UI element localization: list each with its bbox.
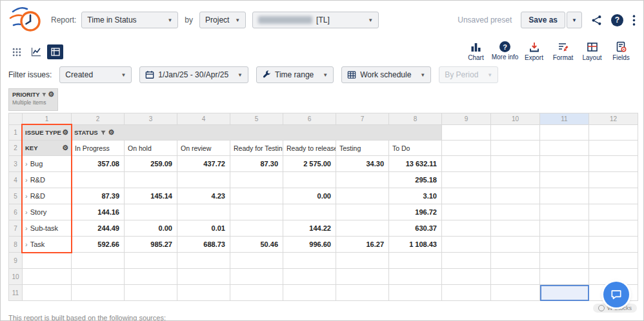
status-column-name[interactable]: To Do bbox=[389, 141, 442, 156]
cell-value[interactable]: 437.72 bbox=[177, 156, 230, 172]
cell-empty[interactable] bbox=[177, 253, 230, 269]
cell-value[interactable]: 145.14 bbox=[125, 188, 177, 204]
cell-empty[interactable] bbox=[389, 253, 442, 269]
cell-value[interactable] bbox=[283, 204, 336, 220]
cell-empty[interactable] bbox=[283, 285, 336, 301]
status-column-name[interactable]: In Progress bbox=[72, 141, 125, 156]
status-column-name[interactable]: Testing bbox=[336, 141, 389, 156]
cell-empty[interactable] bbox=[125, 269, 177, 285]
cell-empty[interactable] bbox=[491, 188, 540, 204]
cell-empty[interactable] bbox=[283, 253, 336, 269]
cell-empty[interactable] bbox=[442, 125, 491, 141]
cell-empty[interactable] bbox=[491, 269, 540, 285]
filter-funnel-icon[interactable] bbox=[101, 130, 106, 135]
row-header[interactable]: 11 bbox=[9, 285, 23, 301]
expand-chevron-icon[interactable]: › bbox=[25, 208, 28, 216]
cell-value[interactable]: 1 108.43 bbox=[389, 237, 442, 253]
row-label[interactable]: ›R&D bbox=[23, 172, 72, 188]
chart-view-button[interactable] bbox=[28, 44, 44, 59]
layout-action[interactable]: Layout bbox=[578, 41, 607, 61]
cell-empty[interactable] bbox=[442, 188, 491, 204]
cell-empty[interactable] bbox=[589, 237, 638, 253]
cell-value[interactable]: 592.66 bbox=[72, 237, 125, 253]
cell-empty[interactable] bbox=[442, 220, 491, 237]
cell-empty[interactable] bbox=[177, 285, 230, 301]
cell-value[interactable]: 4.23 bbox=[177, 188, 230, 204]
cell-empty[interactable] bbox=[177, 269, 230, 285]
group-by-dropdown[interactable]: Project ▼ bbox=[199, 12, 246, 28]
cell-empty[interactable] bbox=[442, 269, 491, 285]
gear-icon[interactable]: ⚙ bbox=[48, 91, 54, 98]
cell-empty[interactable] bbox=[589, 188, 638, 204]
share-button[interactable] bbox=[591, 15, 602, 26]
row-header[interactable]: 6 bbox=[9, 204, 23, 220]
col-header[interactable]: 2 bbox=[72, 113, 125, 125]
cell-value[interactable] bbox=[230, 172, 283, 188]
expand-chevron-icon[interactable]: › bbox=[25, 192, 28, 200]
row-label[interactable]: ›Story bbox=[23, 204, 72, 220]
cell-empty[interactable] bbox=[23, 253, 72, 269]
selected-cell[interactable] bbox=[540, 285, 589, 301]
col-header[interactable]: 4 bbox=[177, 113, 230, 125]
cell-empty[interactable] bbox=[23, 285, 72, 301]
cell-empty[interactable] bbox=[540, 204, 589, 220]
cell-empty[interactable] bbox=[491, 253, 540, 269]
col-header[interactable]: 9 bbox=[442, 113, 491, 125]
cell-value[interactable]: 50.46 bbox=[230, 237, 283, 253]
cell-empty[interactable] bbox=[283, 269, 336, 285]
cell-empty[interactable] bbox=[491, 141, 540, 156]
cell-empty[interactable] bbox=[389, 269, 442, 285]
cell-value[interactable] bbox=[230, 220, 283, 237]
expand-chevron-icon[interactable]: › bbox=[25, 160, 28, 168]
report-type-dropdown[interactable]: Time in Status ▼ bbox=[81, 12, 178, 28]
gear-icon[interactable]: ⚙ bbox=[62, 144, 68, 151]
cell-value[interactable]: 34.30 bbox=[336, 156, 389, 172]
save-as-menu-button[interactable]: ▼ bbox=[567, 12, 582, 28]
cell-value[interactable]: 688.73 bbox=[177, 237, 230, 253]
row-label[interactable]: ›Sub-task bbox=[23, 220, 72, 237]
cell-value[interactable] bbox=[336, 172, 389, 188]
cell-empty[interactable] bbox=[589, 204, 638, 220]
cell-empty[interactable] bbox=[540, 156, 589, 172]
cell-empty[interactable] bbox=[72, 253, 125, 269]
row-label[interactable]: ›R&D bbox=[23, 188, 72, 204]
cell-empty[interactable] bbox=[230, 253, 283, 269]
row-header[interactable]: 7 bbox=[9, 220, 23, 237]
cell-value[interactable]: 985.27 bbox=[125, 237, 177, 253]
col-header[interactable]: 3 bbox=[125, 113, 177, 125]
gear-icon[interactable]: ⚙ bbox=[62, 129, 68, 136]
cell-empty[interactable] bbox=[589, 253, 638, 269]
gear-icon[interactable]: ⚙ bbox=[108, 129, 115, 136]
cell-empty[interactable] bbox=[442, 156, 491, 172]
cell-empty[interactable] bbox=[389, 285, 442, 301]
help-button[interactable]: ? bbox=[611, 14, 623, 26]
export-action[interactable]: Export bbox=[519, 41, 548, 61]
cell-empty[interactable] bbox=[540, 172, 589, 188]
cell-empty[interactable] bbox=[540, 269, 589, 285]
priority-field-header[interactable]: PRIORITY ⚙ Multiple Items bbox=[8, 88, 58, 111]
status-header-cell[interactable]: STATUS ⚙ bbox=[72, 125, 442, 141]
project-dropdown[interactable]: [TL] ▼ bbox=[252, 12, 379, 28]
cell-empty[interactable] bbox=[336, 253, 389, 269]
cell-empty[interactable] bbox=[72, 285, 125, 301]
cell-value[interactable]: 0.01 bbox=[177, 220, 230, 237]
cell-empty[interactable] bbox=[125, 253, 177, 269]
cell-empty[interactable] bbox=[491, 125, 540, 141]
cell-empty[interactable] bbox=[589, 172, 638, 188]
cell-value[interactable]: 87.39 bbox=[72, 188, 125, 204]
corner-cell[interactable] bbox=[9, 113, 23, 125]
col-header-highlighted[interactable]: 11 bbox=[540, 113, 589, 125]
cell-value[interactable]: 244.49 bbox=[72, 220, 125, 237]
cell-empty[interactable] bbox=[336, 269, 389, 285]
col-header[interactable]: 6 bbox=[283, 113, 336, 125]
row-label[interactable]: ›Task bbox=[23, 237, 72, 253]
expand-chevron-icon[interactable]: › bbox=[25, 224, 28, 232]
cell-value[interactable]: 996.60 bbox=[283, 237, 336, 253]
expand-chevron-icon[interactable]: › bbox=[25, 176, 28, 184]
cell-empty[interactable] bbox=[540, 141, 589, 156]
work-schedule-dropdown[interactable]: Work schedule ▼ bbox=[341, 66, 431, 83]
more-info-action[interactable]: ? More info bbox=[490, 41, 519, 61]
col-header[interactable]: 12 bbox=[589, 113, 638, 125]
chart-action[interactable]: Chart bbox=[461, 41, 490, 61]
col-header[interactable]: 10 bbox=[491, 113, 540, 125]
